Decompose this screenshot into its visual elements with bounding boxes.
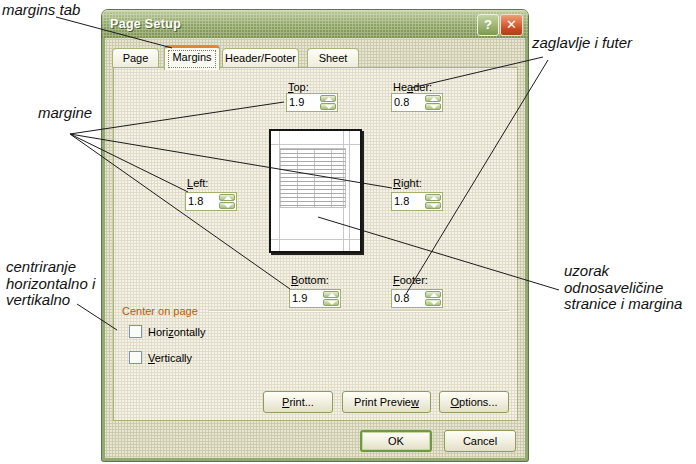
vertically-label[interactable]: Vertically [148, 352, 192, 364]
footer-spinfield [391, 289, 443, 308]
vertically-checkbox[interactable] [129, 351, 142, 364]
header-input[interactable] [394, 95, 422, 109]
annotation-zaglavlje: zaglavlje i futer [532, 35, 632, 52]
left-spinner [219, 194, 235, 209]
arrow-up-icon [325, 97, 333, 101]
right-input[interactable] [394, 194, 422, 208]
group-divider [209, 310, 509, 312]
spin-up-button[interactable] [323, 291, 339, 298]
arrow-down-icon [430, 301, 438, 305]
spin-down-button[interactable] [425, 103, 441, 110]
annotation-margins-tab: margins tab [2, 2, 80, 19]
margin-guide-bottom [271, 239, 360, 240]
bottom-input[interactable] [292, 291, 320, 305]
screenshot-canvas: margins tab margine centriranjehorizonta… [0, 0, 696, 464]
annotation-uzorak: uzorakodnosaveličinestranice i margina [564, 263, 682, 313]
top-spinner [320, 95, 336, 110]
bottom-spinfield [289, 289, 341, 308]
margins-tab-panel: Top: Header: [113, 67, 518, 421]
close-button[interactable]: ✕ [500, 14, 523, 36]
horizontally-label[interactable]: Horizontally [148, 326, 205, 338]
center-on-page-label: Center on page [122, 305, 198, 317]
spin-up-button[interactable] [219, 194, 235, 201]
arrow-up-icon [430, 293, 438, 297]
spin-down-button[interactable] [323, 299, 339, 306]
cancel-button[interactable]: Cancel [444, 430, 516, 452]
print-button[interactable]: Print... [263, 391, 333, 413]
annotation-margine: margine [38, 105, 92, 122]
page-setup-dialog: Page Setup ? ✕ Page Margins Header/Foote… [102, 10, 528, 461]
title-bar[interactable]: Page Setup ? ✕ [102, 10, 528, 38]
spin-down-button[interactable] [425, 202, 441, 209]
header-label: Header: [393, 81, 432, 93]
help-button[interactable]: ? [477, 14, 499, 36]
left-spinfield [185, 192, 237, 211]
right-spinner [425, 194, 441, 209]
annotation-line-3: stranice i margina [564, 295, 682, 312]
tab-page[interactable]: Page [112, 48, 159, 68]
top-input[interactable] [289, 95, 317, 109]
window-title: Page Setup [110, 10, 181, 38]
annotation-line-1: centriranje [6, 258, 76, 275]
horizontally-checkbox[interactable] [129, 325, 142, 338]
annotation-line-3: vertikalno [6, 291, 70, 308]
arrow-up-icon [430, 97, 438, 101]
arrow-down-icon [325, 105, 333, 109]
arrow-up-icon [328, 293, 336, 297]
arrow-down-icon [224, 204, 232, 208]
arrow-down-icon [430, 204, 438, 208]
spin-down-button[interactable] [425, 299, 441, 306]
left-input[interactable] [188, 194, 216, 208]
dialog-body: Page Margins Header/Footer Sheet Top: [105, 38, 525, 458]
sheet-grid-preview [279, 148, 346, 208]
tab-focus-rect [168, 50, 216, 68]
header-spinfield [391, 93, 443, 112]
tab-sheet[interactable]: Sheet [307, 48, 359, 68]
bottom-spinner [323, 291, 339, 306]
spin-up-button[interactable] [425, 194, 441, 201]
arrow-up-icon [430, 196, 438, 200]
footer-spinner [425, 291, 441, 306]
arrow-up-icon [224, 196, 232, 200]
top-spinfield [286, 93, 338, 112]
print-preview-button[interactable]: Print Preview [342, 391, 431, 413]
tab-margins[interactable]: Margins [164, 45, 220, 70]
spin-up-button[interactable] [425, 291, 441, 298]
footer-label: Footer: [393, 274, 428, 286]
bottom-label: Bottom: [291, 274, 329, 286]
annotation-line-2: odnosaveličine [564, 279, 663, 296]
left-label: Left: [187, 177, 208, 189]
spin-up-button[interactable] [320, 95, 336, 102]
page-preview [269, 129, 362, 253]
annotation-line-2: horizontalno i [6, 275, 95, 292]
right-spinfield [391, 192, 443, 211]
margin-guide-right [349, 131, 350, 251]
header-spinner [425, 95, 441, 110]
arrow-down-icon [430, 105, 438, 109]
options-button[interactable]: Options... [439, 391, 509, 413]
spin-up-button[interactable] [425, 95, 441, 102]
margin-guide-top [271, 144, 360, 145]
spin-down-button[interactable] [219, 202, 235, 209]
annotation-line-1: uzorak [564, 262, 609, 279]
right-label: Right: [393, 177, 422, 189]
top-label: Top: [288, 81, 309, 93]
footer-input[interactable] [394, 291, 422, 305]
annotation-centriranje: centriranjehorizontalno ivertikalno [6, 259, 95, 309]
arrow-down-icon [328, 301, 336, 305]
tab-header-footer[interactable]: Header/Footer [222, 48, 299, 68]
spin-down-button[interactable] [320, 103, 336, 110]
ok-button[interactable]: OK [360, 430, 432, 452]
